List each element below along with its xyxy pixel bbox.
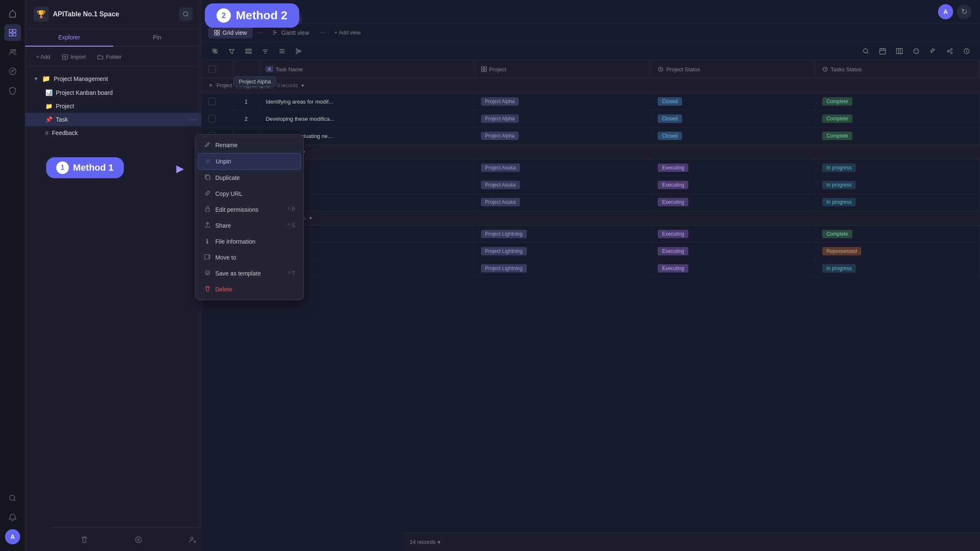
- project-badge: Project Lightning: [481, 230, 527, 238]
- explore2-icon-btn[interactable]: [131, 532, 146, 547]
- cell-project-status: Executing: [651, 226, 815, 243]
- row-checkbox[interactable]: [208, 98, 216, 105]
- bell-icon-btn[interactable]: [4, 509, 21, 526]
- share-label: Share: [215, 222, 284, 229]
- svg-point-5: [13, 49, 16, 52]
- search-table-btn[interactable]: [859, 44, 873, 58]
- svg-rect-21: [880, 49, 886, 54]
- task-col-icon: A: [266, 66, 273, 72]
- svg-rect-18: [246, 49, 251, 50]
- svg-point-25: [916, 52, 917, 53]
- tab-gantt-view[interactable]: Gantt view: [267, 27, 315, 39]
- menu-item-rename[interactable]: Rename: [198, 137, 301, 153]
- people-icon-btn[interactable]: [4, 44, 21, 60]
- svg-rect-33: [484, 70, 486, 72]
- menu-item-unpin[interactable]: ☆ Unpin: [198, 153, 301, 170]
- shield-icon-btn[interactable]: [4, 82, 21, 99]
- sidebar-item-kanban[interactable]: 📊 Project Kanban board: [25, 86, 201, 99]
- sidebar-icon-rail: A: [0, 0, 25, 551]
- add-view-btn[interactable]: + Add view: [329, 27, 366, 38]
- move-to-label: Move to: [215, 254, 295, 261]
- time-icon-btn[interactable]: [960, 44, 973, 58]
- sidebar-item-task[interactable]: 📌 Task ⋯: [25, 113, 201, 126]
- project-status-badge: Executing: [658, 164, 688, 172]
- gantt-view-more-btn[interactable]: ⋯: [317, 28, 328, 38]
- hide-fields-btn[interactable]: [208, 44, 222, 58]
- file-info-label: File information: [215, 238, 295, 245]
- menu-item-copy-url[interactable]: Copy URL: [198, 186, 301, 202]
- add-member-icon-btn[interactable]: [185, 532, 200, 547]
- tab-pin[interactable]: Pin: [113, 29, 201, 47]
- table-row: 3 ... Project Asuka Executing In progres…: [201, 194, 980, 211]
- menu-item-move-to[interactable]: Move to: [198, 250, 301, 265]
- project-status-col-icon: [658, 66, 664, 72]
- cell-task[interactable]: Identifying areas for modif...: [259, 93, 474, 110]
- row-checkbox[interactable]: [208, 115, 216, 122]
- tab-explorer[interactable]: Explorer: [25, 29, 113, 47]
- cell-project: Project Lightning: [474, 260, 651, 277]
- menu-item-file-information[interactable]: ℹ File information: [198, 234, 301, 250]
- menu-item-edit-permissions[interactable]: Edit permissions ^ P: [198, 202, 301, 218]
- rename-label: Rename: [215, 142, 295, 148]
- header-checkbox[interactable]: [208, 65, 216, 73]
- th-tasks-status[interactable]: Tasks Status: [815, 60, 980, 78]
- task-status-badge: In progress: [822, 181, 856, 189]
- palette-btn[interactable]: [909, 44, 923, 58]
- share-table-btn[interactable]: [943, 44, 956, 58]
- trash-icon-btn[interactable]: [77, 532, 92, 547]
- th-project-status[interactable]: Project Status: [651, 60, 815, 78]
- project-status-badge: Closed: [658, 132, 682, 140]
- header-avatar[interactable]: A: [938, 4, 953, 19]
- send-btn[interactable]: [292, 44, 306, 58]
- magic-btn[interactable]: [926, 44, 940, 58]
- grid-view-more-btn[interactable]: ⋯: [254, 28, 265, 38]
- task-status-badge: Complete: [822, 114, 852, 123]
- th-task-name[interactable]: A Task Name: [259, 60, 474, 78]
- calendar-btn[interactable]: [876, 44, 889, 58]
- tab-grid-view[interactable]: Grid view: [208, 27, 253, 39]
- cell-project: Project Asuka: [474, 194, 651, 211]
- group-count-chevron-alpha: ▾: [301, 83, 304, 88]
- user-avatar-sidebar[interactable]: A: [5, 529, 20, 544]
- sidebar-bottom-bar: [50, 528, 227, 551]
- method2-label: 2 Method 2: [205, 3, 299, 28]
- filter-btn[interactable]: [225, 44, 238, 58]
- search-icon-btn[interactable]: [4, 490, 21, 507]
- menu-item-share[interactable]: Share ^ S: [198, 218, 301, 234]
- move-to-icon: [204, 254, 211, 261]
- th-project[interactable]: Project: [474, 60, 651, 78]
- cell-project-status: Executing: [651, 260, 815, 277]
- menu-item-duplicate[interactable]: Duplicate: [198, 170, 301, 186]
- menu-item-save-template[interactable]: Save as template ^ T: [198, 265, 301, 281]
- sidebar-search-btn[interactable]: [179, 8, 193, 21]
- method1-number: 1: [56, 161, 69, 174]
- folder-btn[interactable]: Folder: [93, 51, 125, 62]
- home-icon-btn[interactable]: [4, 5, 21, 22]
- sidebar-item-project[interactable]: 📁 Project: [25, 99, 201, 113]
- table-container: A Task Name Project: [201, 60, 980, 551]
- tree-item-more-icon[interactable]: ⋯: [189, 116, 196, 124]
- explore-icon-btn[interactable]: [4, 63, 21, 80]
- sidebar-header: 🏆 APITable No.1 Space: [25, 0, 201, 29]
- import-btn[interactable]: Import: [58, 51, 90, 62]
- cell-task[interactable]: Developing these modifica...: [259, 110, 474, 127]
- menu-item-delete[interactable]: Delete: [198, 281, 301, 297]
- share-shortcut: ^ S: [288, 223, 295, 229]
- refresh-icon-btn[interactable]: ↻: [956, 4, 972, 19]
- method2-number: 2: [217, 8, 231, 23]
- group-btn[interactable]: [242, 44, 255, 58]
- svg-point-12: [191, 537, 193, 540]
- row-height-btn[interactable]: [275, 44, 289, 58]
- sort-btn[interactable]: [259, 44, 272, 58]
- sidebar-item-feedback[interactable]: # Feedback: [25, 126, 201, 140]
- folder-project-management[interactable]: ▼ 📁 Project Management: [25, 71, 201, 86]
- columns-btn[interactable]: [893, 44, 906, 58]
- add-btn[interactable]: + Add: [32, 51, 55, 62]
- cell-task-status: Repossessed: [815, 243, 980, 260]
- grid-icon-btn[interactable]: [4, 24, 21, 41]
- cell-project: Project Alpha: [474, 127, 651, 145]
- data-table: A Task Name Project: [201, 60, 980, 277]
- group-toggle-alpha[interactable]: ▼: [208, 83, 213, 88]
- main-header: 📌 Task Manager A ↻: [201, 0, 980, 23]
- cell-task-status: Complete: [815, 93, 980, 110]
